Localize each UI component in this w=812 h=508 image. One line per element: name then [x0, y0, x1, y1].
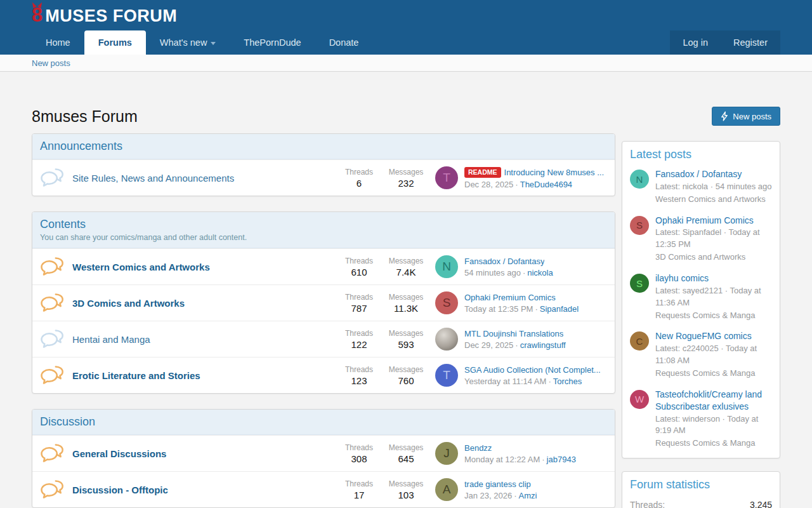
last-post: README Introducing New 8muses ... Dec 28… — [464, 167, 607, 189]
last-post: Ophaki Premium Comics Today at 12:35 PM·… — [464, 293, 607, 314]
category-title[interactable]: Contents — [40, 218, 607, 231]
latest-post-forum: Requests Comics & Manga — [655, 368, 772, 380]
latest-post-thread-link[interactable]: Ophaki Premium Comics — [655, 215, 772, 227]
threads-count: 123 — [339, 375, 379, 386]
node-title-link[interactable]: 3D Comics and Artworks — [72, 298, 339, 309]
register-button[interactable]: Register — [721, 30, 780, 55]
avatar-letter: T — [443, 368, 450, 382]
last-thread-link[interactable]: SGA Audio Collection (Not Complet... — [464, 365, 601, 375]
auth-nav: Log in Register — [670, 30, 780, 55]
category-header: Discussion — [32, 410, 615, 435]
messages-count: 645 — [386, 453, 426, 464]
site-logo[interactable]: 8 MUSES FORUM — [32, 5, 177, 26]
last-user-link[interactable]: Amzi — [519, 491, 537, 500]
node-title-link[interactable]: Site Rules, News and Announcements — [72, 173, 339, 184]
threads-label: Threads — [339, 257, 379, 265]
last-thread-link[interactable]: Fansadox / Dofantasy — [464, 257, 544, 266]
last-post: Bendzz Monday at 12:22 AM·jab7943 — [464, 443, 607, 464]
meta-separator: · — [542, 455, 544, 464]
latest-post-thread-link[interactable]: ilayhu comics — [655, 272, 772, 284]
latest-post-forum: Western Comics and Artworks — [655, 194, 772, 206]
avatar[interactable]: J — [435, 442, 458, 465]
avatar[interactable]: S — [630, 274, 649, 293]
last-thread-link[interactable]: Ophaki Premium Comics — [464, 293, 556, 302]
category-subtitle: You can share your comics/manga and othe… — [40, 233, 607, 242]
category-title[interactable]: Announcements — [40, 140, 607, 153]
last-date: Monday at 12:22 AM — [464, 455, 540, 464]
comments-icon — [40, 168, 64, 189]
latest-posts-title: Latest posts — [622, 142, 780, 164]
threads-count: 308 — [339, 453, 379, 464]
avatar[interactable]: A — [435, 478, 458, 501]
last-thread-link[interactable]: Bendzz — [464, 443, 492, 453]
nav-forums[interactable]: Forums — [84, 30, 146, 55]
avatar-letter: S — [636, 220, 643, 231]
forum-node-discussion-offtopic: Discussion - Offtopic Threads17 Messages… — [32, 471, 615, 507]
avatar[interactable]: S — [630, 216, 649, 235]
readme-badge: README — [464, 167, 501, 178]
node-title-link[interactable]: Western Comics and Artworks — [72, 262, 339, 272]
threads-count: 6 — [339, 178, 379, 189]
last-date: Dec 29, 2025 — [464, 340, 513, 350]
nav-whats-new[interactable]: What's new — [146, 30, 230, 55]
avatar[interactable]: W — [630, 390, 649, 409]
last-user-link[interactable]: Torches — [553, 377, 582, 386]
logo-devil-8-icon: 8 — [32, 5, 43, 25]
page-title: 8muses Forum — [32, 107, 138, 126]
last-user-link[interactable]: TheDude4694 — [520, 180, 572, 189]
avatar-letter: W — [635, 394, 644, 404]
threads-label: Threads — [339, 365, 379, 374]
last-thread-link[interactable]: MTL Doujinshi Translations — [464, 329, 563, 338]
node-title-link[interactable]: Discussion - Offtopic — [72, 485, 339, 495]
chevron-down-icon — [211, 42, 216, 45]
comments-icon — [40, 365, 64, 386]
avatar[interactable]: N — [435, 255, 458, 278]
latest-post-thread-link[interactable]: Fansadox / Dofantasy — [655, 168, 772, 180]
node-title-link[interactable]: General Discussions — [72, 448, 339, 459]
subnav-new-posts-link[interactable]: New posts — [32, 58, 70, 68]
last-date: 54 minutes ago — [464, 268, 521, 277]
forum-statistics-body: Threads: 3,245 Messages: 34,376 Members:… — [622, 494, 780, 508]
latest-post-thread-link[interactable]: New RogueFMG comics — [655, 330, 772, 342]
last-thread-link[interactable]: trade giantess clip — [464, 479, 531, 489]
last-user-link[interactable]: nickola — [527, 268, 553, 277]
node-stats: Threads610 Messages7.4K — [339, 257, 426, 277]
last-user-link[interactable]: crawlingstuff — [520, 340, 566, 350]
last-user-link[interactable]: jab7943 — [547, 455, 576, 464]
nav-spacer — [372, 30, 670, 55]
login-button[interactable]: Log in — [670, 30, 721, 55]
avatar[interactable]: C — [630, 331, 649, 351]
latest-post-item: W Tasteofchoklit/Creamy land Subscribest… — [622, 384, 780, 454]
last-date: Jan 23, 2026 — [464, 491, 512, 500]
nav-home[interactable]: Home — [32, 30, 84, 55]
avatar[interactable]: S — [435, 291, 458, 314]
avatar-letter: T — [443, 171, 450, 185]
sub-nav: New posts — [0, 55, 812, 72]
threads-count: 17 — [339, 490, 379, 500]
avatar[interactable]: T — [435, 166, 458, 189]
node-title-link[interactable]: Hentai and Manga — [72, 334, 339, 345]
threads-label: Threads — [339, 293, 379, 302]
avatar[interactable]: N — [630, 170, 649, 189]
last-post: Fansadox / Dofantasy 54 minutes ago·nick… — [464, 257, 607, 277]
last-user-link[interactable]: Sipanfadel — [540, 304, 579, 314]
lightning-bolt-icon — [721, 111, 728, 121]
avatar-letter: S — [636, 278, 643, 289]
meta-separator: · — [535, 304, 537, 314]
category-title[interactable]: Discussion — [40, 415, 607, 429]
nav-donate[interactable]: Donate — [315, 30, 373, 55]
nav-theporndude[interactable]: ThePornDude — [230, 30, 315, 55]
messages-label: Messages — [386, 443, 426, 452]
last-thread-link[interactable]: Introducing New 8muses ... — [504, 168, 605, 177]
messages-label: Messages — [386, 257, 426, 265]
comments-icon — [40, 293, 64, 314]
new-posts-button[interactable]: New posts — [712, 107, 780, 126]
photo-avatar[interactable] — [435, 328, 458, 351]
avatar[interactable]: T — [435, 364, 458, 387]
node-title-link[interactable]: Erotic Literature and Stories — [72, 370, 339, 381]
main-nav: Home Forums What's new ThePornDude Donat… — [0, 30, 812, 55]
avatar-letter: J — [443, 446, 450, 460]
sidebar: Latest posts N Fansadox / Dofantasy Late… — [622, 141, 780, 508]
forum-node-western-comics: Western Comics and Artworks Threads610 M… — [32, 248, 615, 284]
latest-post-thread-link[interactable]: Tasteofchoklit/Creamy land Subscribestar… — [655, 389, 772, 413]
